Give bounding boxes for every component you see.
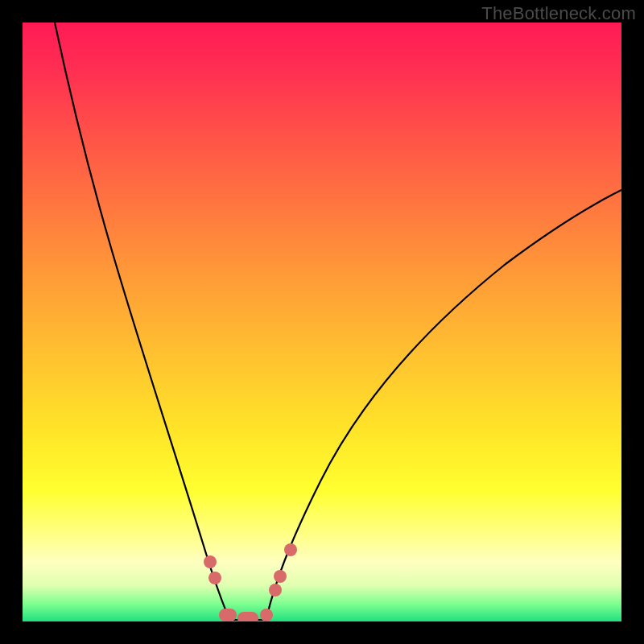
- data-marker: [204, 555, 217, 568]
- curve-svg: [23, 23, 621, 621]
- data-marker: [269, 584, 282, 597]
- left-branch-path: [55, 23, 230, 621]
- data-marker: [219, 609, 237, 621]
- chart-frame: [23, 23, 621, 621]
- data-marker: [260, 609, 273, 621]
- data-marker: [274, 570, 287, 583]
- data-marker: [284, 543, 297, 556]
- right-branch-path: [266, 190, 621, 621]
- data-marker: [208, 572, 221, 584]
- watermark-text: TheBottleneck.com: [481, 3, 636, 24]
- data-marker: [237, 612, 258, 621]
